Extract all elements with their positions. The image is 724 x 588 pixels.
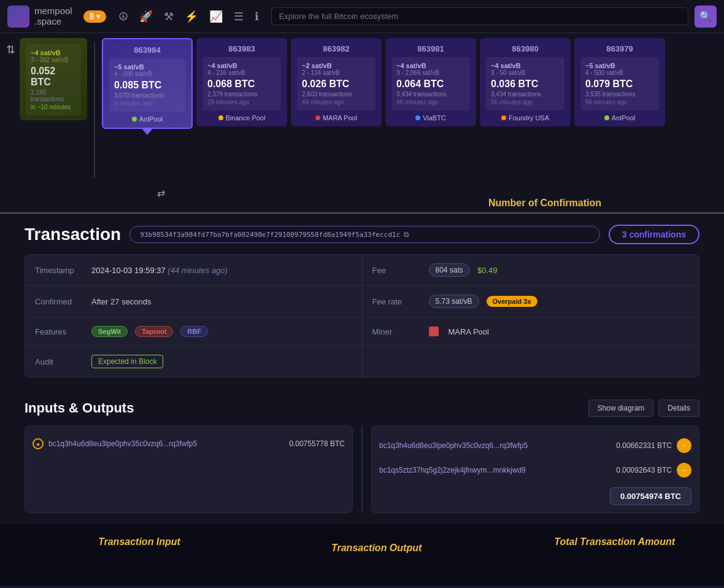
block-card-863980[interactable]: 863980 ~4 sat/vB 3 - 50 sat/vB 0.036 BTC… (480, 38, 571, 126)
search-input[interactable] (271, 7, 688, 25)
output-address-2[interactable]: bc1qs5ztz37hq5g2j2zejk4jfnwym...mnkkjwd9 (379, 466, 611, 474)
divider (94, 43, 95, 178)
block-btc-863982: 0.026 BTC (302, 79, 371, 90)
pool-name: AntPool (139, 115, 163, 123)
block-fee-range: 3 - 302 sat/vB (31, 56, 76, 63)
miner-value: MARA Pool (449, 327, 489, 336)
block-txs-863984: 3,070 transactions (114, 92, 180, 99)
tx-left-audit: Audit Expected in Block (25, 346, 362, 377)
io-input-row: ● bc1q3h4u6d8eu3lpe0phv35c0vzq6...rq3fwf… (33, 433, 345, 454)
block-fee-range-863984: 4 - 500 sat/vB (114, 71, 180, 77)
tx-id-value: 93b98534f3a984fd77ba7bfa002490e7f2910097… (140, 231, 400, 239)
tx-right-fee: Fee 804 sats $0.49 (362, 255, 699, 285)
pool-badge-863983: Binance Pool (202, 114, 281, 122)
fee-usd-value: $0.49 (477, 266, 498, 275)
block-card-863979[interactable]: 863979 ~5 sat/vB 4 - 500 sat/vB 0.079 BT… (574, 38, 665, 126)
io-header: Inputs & Outputs Show diagram Details (25, 400, 699, 417)
block-btc-863984: 0.085 BTC (114, 80, 180, 91)
transaction-output-annotation: Transaction Output (331, 543, 422, 554)
pool-dot-binance (218, 115, 223, 120)
block-card-863983[interactable]: 863983 ~4 sat/vB 4 - 216 sat/vB 0.068 BT… (196, 38, 287, 126)
nav-icon-info[interactable]: ℹ (255, 10, 259, 23)
pool-dot-mara (315, 115, 320, 120)
block-fee-range-863983: 4 - 216 sat/vB (207, 69, 276, 76)
block-fee-rate-863980: ~4 sat/vB (491, 62, 560, 69)
block-fee-rate-863983: ~4 sat/vB (207, 62, 276, 69)
blocks-section: ⇅ ~4 sat/vB 3 - 302 sat/vB 0.052 BTC 3,1… (0, 33, 724, 205)
io-box: ● bc1q3h4u6d8eu3lpe0phv35c0vzq6...rq3fwf… (25, 425, 699, 513)
output-address-1[interactable]: bc1q3h4u6d8eu3lpe0phv35c0vzq6...rq3fwfp5 (379, 441, 611, 450)
block-btc-863981: 0.064 BTC (396, 79, 465, 90)
total-amount: 0.00754974 BTC (620, 492, 681, 501)
input-address[interactable]: bc1q3h4u6d8eu3lpe0phv35c0vzq6...rq3fwfp5 (48, 439, 284, 448)
logo: mempool .space (7, 6, 72, 28)
tx-right-feerate: Fee rate 5.73 sat/vB Overpaid 3x (362, 286, 699, 317)
pool-badge-863979: AntPool (580, 114, 659, 122)
search-button[interactable]: 🔍 (695, 6, 717, 28)
block-txs-863982: 2,603 transactions (302, 91, 371, 98)
blocks-row: ⇅ ~4 sat/vB 3 - 302 sat/vB 0.052 BTC 3,1… (0, 38, 724, 205)
input-circle-icon: ● (33, 438, 44, 449)
tx-left-features: Features SegWit Taproot RBF (25, 317, 362, 346)
nav-icon-menu[interactable]: ☰ (234, 10, 244, 23)
block-card-863982[interactable]: 863982 ~2 sat/vB 2 - 134 sat/vB 0.026 BT… (291, 38, 382, 126)
nav-icon-lightning[interactable]: ⚡ (185, 10, 198, 23)
block-num-863981: 863981 (391, 44, 470, 53)
sort-icon[interactable]: ⇅ (6, 43, 15, 56)
tx-title: Transaction (25, 225, 121, 244)
io-input-panel: ● bc1q3h4u6d8eu3lpe0phv35c0vzq6...rq3fwf… (25, 425, 353, 513)
io-output-row-1: bc1q3h4u6d8eu3lpe0phv35c0vzq6...rq3fwfp5… (379, 433, 691, 458)
copy-icon[interactable]: ⧉ (404, 230, 409, 239)
output-arrow-2[interactable]: → (677, 463, 691, 478)
swap-icon[interactable]: ⇄ (157, 187, 165, 199)
block-btc-863983: 0.068 BTC (207, 79, 276, 90)
block-card-863981[interactable]: 863981 ~4 sat/vB 3 - 2,066 sat/vB 0.064 … (385, 38, 476, 126)
fee-rate-value: 5.73 sat/vB (429, 295, 479, 308)
block-fee-rate: ~4 sat/vB (31, 49, 76, 56)
nav-icons: ☮ 🚀 ⚒ ⚡ 📈 ☰ ℹ (118, 10, 259, 23)
total-tx-amount-annotation: Total Transaction Amount (554, 536, 675, 547)
timestamp-label: Timestamp (35, 266, 84, 275)
pool-name-antpool2: AntPool (612, 114, 636, 122)
btc-badge[interactable]: ₿ ▾ (83, 10, 106, 23)
block-card-863984[interactable]: 863984 ~5 sat/vB 4 - 500 sat/vB 0.085 BT… (102, 38, 193, 129)
triangle-indicator (141, 128, 153, 135)
block-num-863984: 863984 (109, 45, 185, 55)
block-fee-rate-863982: ~2 sat/vB (302, 62, 371, 69)
pool-badge-863981: ViaBTC (391, 114, 470, 122)
nav-icon-chart[interactable]: 📈 (209, 10, 223, 23)
fee-sats-badge: 804 sats (429, 263, 470, 277)
block-fee-rate-863979: ~5 sat/vB (585, 62, 654, 69)
nav-icon-rocket[interactable]: 🚀 (139, 10, 153, 23)
io-separator (361, 425, 363, 513)
show-diagram-button[interactable]: Show diagram (588, 400, 654, 417)
block-time-863981: 46 minutes ago (396, 99, 465, 106)
nav-icon-circles[interactable]: ☮ (118, 10, 128, 23)
output-arrow-1[interactable]: → (677, 438, 691, 453)
io-total-row: 0.00754974 BTC (379, 487, 691, 505)
confirmed-label: Confirmed (35, 297, 84, 306)
io-title: Inputs & Outputs (25, 400, 134, 416)
logo-text: mempool .space (34, 6, 72, 26)
fee-label: Fee (372, 266, 422, 275)
pool-dot (132, 117, 137, 122)
features-label: Features (35, 327, 84, 336)
block-card-partial[interactable]: ~4 sat/vB 3 - 302 sat/vB 0.052 BTC 3,180… (20, 38, 87, 120)
confirmed-value: After 27 seconds (91, 297, 152, 306)
transaction-section: Transaction 93b98534f3a984fd77ba7bfa0024… (0, 214, 724, 389)
pool-badge-863982: MARA Pool (297, 114, 375, 122)
details-button[interactable]: Details (658, 400, 699, 417)
block-num-863982: 863982 (297, 44, 375, 53)
block-time-863984: 8 minutes ago (114, 100, 180, 107)
logo-icon (7, 6, 29, 28)
header: mempool .space ₿ ▾ ☮ 🚀 ⚒ ⚡ 📈 ☰ ℹ 🔍 (0, 0, 724, 33)
nav-icon-mining[interactable]: ⚒ (164, 10, 174, 23)
block-num-863980: 863980 (486, 44, 564, 53)
overpaid-badge: Overpaid 3x (487, 296, 537, 307)
tx-row-2: Confirmed After 27 seconds Fee rate 5.73… (25, 286, 699, 317)
block-btc-863979: 0.079 BTC (585, 79, 654, 90)
tx-row-3: Features SegWit Taproot RBF Miner MARA P… (25, 317, 699, 346)
block-txs-863983: 2,379 transactions (207, 91, 276, 98)
btc-label: ▾ (96, 12, 100, 21)
block-num-863983: 863983 (202, 44, 281, 53)
